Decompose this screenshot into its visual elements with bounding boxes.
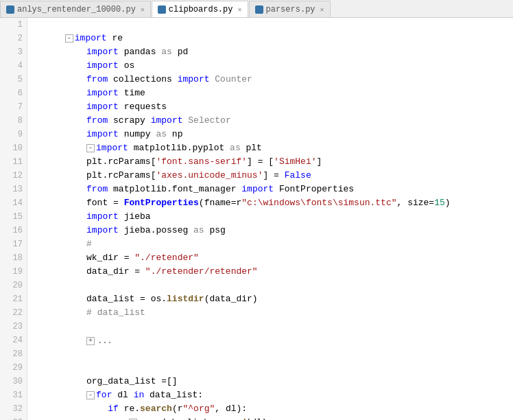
- line-num-19: 19: [0, 265, 27, 279]
- code-line-2: import pandas as pd: [30, 32, 513, 45]
- line-num-7: 7: [0, 100, 27, 114]
- code-line-31: if re.search(r"^org", dl):: [30, 388, 513, 402]
- line-num-32: 32: [0, 402, 27, 416]
- line-num-3: 3: [0, 45, 27, 59]
- code-line-16: #: [30, 224, 513, 237]
- line-num-24: 24: [0, 334, 27, 347]
- line-num-17: 17: [0, 237, 27, 251]
- code-line-4: from collections import Counter: [30, 59, 513, 73]
- code-line-30: -for dl in data_list:: [30, 375, 513, 388]
- tab-parsers[interactable]: parsers.py ✕: [249, 1, 331, 17]
- line-num-23: 23: [0, 320, 27, 334]
- code-line-10: plt.rcParams['font.sans-serif'] = ['SimH…: [30, 141, 513, 155]
- line-num-22: 22: [0, 306, 27, 320]
- tab-bar: anlys_rentender_10000.py ✕ clipboards.py…: [0, 0, 513, 18]
- line-num-12: 12: [0, 169, 27, 183]
- line-num-15: 15: [0, 210, 27, 224]
- line-num-20: 20: [0, 279, 27, 292]
- line-gutter: 1 2 3 4 5 6 7 8 9 10 11 12 13 14 15 16 1…: [0, 18, 27, 420]
- code-line-18: data_dir = "./retender/retender": [30, 251, 513, 265]
- line-num-9: 9: [0, 128, 27, 141]
- code-line-28: [30, 347, 513, 361]
- line-num-5: 5: [0, 73, 27, 86]
- line-num-18: 18: [0, 251, 27, 265]
- code-line-33: [30, 416, 513, 420]
- line-num-31: 31: [0, 388, 27, 402]
- tab-close-anlys[interactable]: ✕: [141, 5, 145, 14]
- code-line-22: data_list = [ ]: [30, 306, 513, 320]
- code-line-29: org_data_list =[]: [30, 361, 513, 375]
- code-line-7: from scrapy import Selector: [30, 100, 513, 114]
- code-line-21: # data_list: [30, 292, 513, 306]
- tab-label-anlys: anlys_rentender_10000.py: [17, 5, 136, 14]
- tab-close-clipboards[interactable]: ✕: [237, 5, 241, 14]
- line-num-4: 4: [0, 59, 27, 73]
- code-line-1: -import re: [30, 18, 513, 32]
- python-icon-2: [158, 5, 166, 14]
- line-num-30: 30: [0, 375, 27, 388]
- code-line-23: +...: [30, 320, 513, 334]
- line-num-2: 2: [0, 32, 27, 45]
- code-area[interactable]: -import re import pandas as pd import os…: [27, 18, 513, 420]
- code-line-12: from matplotlib.font_manager import Font…: [30, 169, 513, 183]
- code-line-32: -org_data_list.append(dl): [30, 402, 513, 416]
- line-num-10: 10: [0, 141, 27, 155]
- code-line-8: import numpy as np: [30, 114, 513, 128]
- line-num-16: 16: [0, 224, 27, 237]
- python-icon-1: [6, 5, 14, 14]
- code-line-5: import time: [30, 73, 513, 86]
- code-line-17: wk_dir = "./retender": [30, 237, 513, 251]
- line-num-33: 33: [0, 416, 27, 420]
- tab-close-parsers[interactable]: ✕: [320, 5, 324, 14]
- code-line-20: data_list = os.listdir(data_dir): [30, 279, 513, 292]
- line-num-6: 6: [0, 86, 27, 100]
- tab-label-clipboards: clipboards.py: [169, 5, 233, 14]
- line-num-14: 14: [0, 196, 27, 210]
- code-line-9: -import matplotlib.pyplot as plt: [30, 128, 513, 141]
- editor: 1 2 3 4 5 6 7 8 9 10 11 12 13 14 15 16 1…: [0, 18, 513, 420]
- code-line-11: plt.rcParams['axes.unicode_minus'] = Fal…: [30, 155, 513, 169]
- code-line-13: font = FontProperties(fname=r"c:\windows…: [30, 183, 513, 196]
- code-line-24: [30, 334, 513, 347]
- line-num-1: 1: [0, 18, 27, 32]
- line-num-28: 28: [0, 347, 27, 361]
- line-num-21: 21: [0, 292, 27, 306]
- code-line-15: import jieba.posseg as psg: [30, 210, 513, 224]
- line-num-13: 13: [0, 183, 27, 196]
- python-icon-3: [255, 5, 263, 14]
- tab-label-parsers: parsers.py: [266, 5, 315, 14]
- line-num-11: 11: [0, 155, 27, 169]
- code-line-19: [30, 265, 513, 279]
- tab-clipboards[interactable]: clipboards.py ✕: [152, 1, 248, 17]
- code-line-6: import requests: [30, 86, 513, 100]
- code-line-14: import jieba: [30, 196, 513, 210]
- line-num-8: 8: [0, 114, 27, 128]
- line-num-29: 29: [0, 361, 27, 375]
- tab-anlys[interactable]: anlys_rentender_10000.py ✕: [0, 1, 151, 17]
- code-line-3: import os: [30, 45, 513, 59]
